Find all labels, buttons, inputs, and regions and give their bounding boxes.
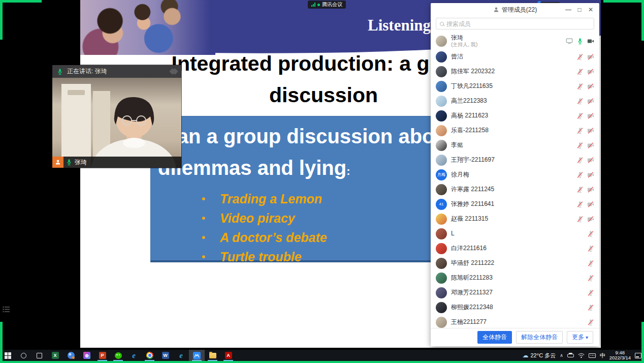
member-row[interactable]: 李懿	[436, 138, 594, 153]
meeting-status-pill[interactable]: 腾讯会议	[308, 1, 346, 9]
member-row[interactable]: 许寒露 2211245	[436, 182, 594, 197]
slideshow-menu-icon[interactable]	[3, 306, 10, 314]
wifi-icon[interactable]	[578, 353, 585, 358]
cam-muted-icon[interactable]	[587, 53, 594, 60]
member-avatar	[436, 51, 447, 63]
member-role: (主持人, 我)	[451, 42, 477, 47]
member-row[interactable]: 陈旭昕2211283	[436, 270, 594, 285]
taskbar-word-icon[interactable]: W	[157, 350, 173, 361]
video-header: 正在讲话: 张琦	[52, 65, 181, 78]
cam-muted-icon[interactable]	[587, 98, 594, 105]
member-row[interactable]: 曾洁	[436, 49, 594, 64]
taskbar-qq-app-icon[interactable]	[63, 350, 79, 361]
cam-muted-icon[interactable]	[587, 157, 594, 164]
taskbar-excel-icon[interactable]: X	[47, 350, 63, 361]
maximize-button[interactable]: □	[574, 4, 585, 15]
taskbar-acrobat-icon[interactable]: A	[220, 350, 236, 361]
taskbar-photos-icon[interactable]	[79, 350, 94, 361]
show-hidden-icons[interactable]: ∧	[560, 353, 563, 358]
recording-dot-icon	[317, 4, 320, 6]
speaking-label: 正在讲话: 张琦	[67, 67, 169, 76]
mic-muted-icon[interactable]	[576, 83, 584, 90]
cam-muted-icon[interactable]	[587, 142, 594, 149]
member-search-box[interactable]	[436, 18, 594, 29]
taskbar-ie-icon[interactable]: e	[126, 350, 142, 361]
member-row[interactable]: L	[436, 226, 594, 241]
device-icon[interactable]	[567, 354, 574, 357]
search-input[interactable]	[446, 20, 590, 27]
member-row[interactable]: 赵薇 2211315	[436, 211, 594, 226]
member-row[interactable]: 乐嘉-2211258	[436, 123, 594, 138]
mic-muted-icon[interactable]	[587, 275, 594, 282]
taskbar-chrome-icon[interactable]	[142, 350, 157, 361]
mic-muted-icon[interactable]	[576, 127, 584, 134]
taskbar-powerpoint-icon[interactable]: P	[94, 350, 110, 361]
mic-muted-icon[interactable]	[587, 245, 594, 252]
member-name: 高兰2212383	[451, 98, 487, 104]
cam-on-icon[interactable]	[587, 38, 594, 45]
close-button[interactable]: ✕	[585, 4, 596, 15]
cam-muted-icon[interactable]	[587, 68, 594, 75]
cam-muted-icon[interactable]	[587, 216, 594, 223]
mic-muted-icon[interactable]	[587, 319, 594, 326]
mic-muted-icon[interactable]	[576, 157, 584, 164]
mic-muted-icon[interactable]	[587, 289, 594, 296]
member-row[interactable]: 柳熙媛2212348	[436, 300, 594, 315]
member-row[interactable]: 毕涵舒 2211222	[436, 256, 594, 270]
cam-muted-icon[interactable]	[587, 112, 594, 119]
member-row[interactable]: 邓溦芳2211327	[436, 285, 594, 300]
unmute-all-button[interactable]: 解除全体静音	[516, 331, 563, 344]
minimize-button[interactable]: —	[563, 4, 574, 15]
weather-widget[interactable]: ☁ 22°C 多云	[523, 352, 556, 359]
member-status-icons	[587, 289, 594, 296]
mic-muted-icon[interactable]	[576, 142, 584, 149]
mic-on-icon[interactable]	[576, 38, 584, 45]
member-row[interactable]: 白洋2211616	[436, 241, 594, 256]
member-row[interactable]: 王楠2211277	[436, 315, 594, 328]
action-center-icon[interactable]	[635, 353, 641, 358]
mic-muted-icon[interactable]	[576, 53, 584, 60]
cam-muted-icon[interactable]	[587, 83, 594, 90]
member-name: 邓溦芳2211327	[451, 289, 493, 296]
mic-muted-icon[interactable]	[587, 230, 594, 237]
taskbar-meeting-icon[interactable]	[189, 350, 205, 361]
cam-muted-icon[interactable]	[587, 201, 594, 208]
touch-keyboard-icon[interactable]	[589, 353, 596, 358]
member-row[interactable]: 高杨 2211623	[436, 108, 594, 123]
taskbar-wechat-icon[interactable]	[110, 350, 126, 361]
mic-muted-icon[interactable]	[576, 112, 584, 119]
host-badge-icon	[52, 157, 63, 168]
speaker-name: 张琦	[75, 158, 90, 167]
mic-muted-icon[interactable]	[576, 171, 584, 178]
member-row[interactable]: 高兰2212383	[436, 94, 594, 108]
mic-muted-icon[interactable]	[576, 98, 584, 105]
mic-muted-icon[interactable]	[587, 304, 594, 311]
screen-share-icon[interactable]	[566, 38, 573, 45]
member-name: 徐月梅	[451, 171, 469, 178]
taskbar-explorer-icon[interactable]	[205, 350, 220, 361]
speaker-video-window[interactable]: 正在讲话: 张琦 张琦	[52, 65, 181, 168]
mic-muted-icon[interactable]	[587, 260, 594, 267]
member-row[interactable]: 丁轶凡2211635	[436, 79, 594, 94]
taskbar-taskview-icon[interactable]	[31, 350, 47, 361]
member-status-icons	[576, 142, 594, 149]
mic-muted-icon[interactable]	[576, 216, 584, 223]
mic-muted-icon[interactable]	[576, 201, 584, 208]
member-row[interactable]: 张琦 (主持人, 我)	[436, 33, 594, 49]
member-row[interactable]: 陈佳军 2202322	[436, 64, 594, 79]
clock[interactable]: 9:48 2022/3/14	[609, 350, 631, 361]
member-row[interactable]: 41 张雅婷 2211641	[436, 197, 594, 211]
mic-muted-icon[interactable]	[576, 68, 584, 75]
taskbar-ie2-icon[interactable]: e	[173, 350, 189, 361]
taskbar-search-icon[interactable]	[16, 350, 31, 361]
mute-all-button[interactable]: 全体静音	[477, 331, 512, 344]
cam-muted-icon[interactable]	[587, 127, 594, 134]
mic-muted-icon[interactable]	[576, 186, 584, 193]
more-button[interactable]: 更多	[567, 331, 593, 344]
cam-muted-icon[interactable]	[587, 186, 594, 193]
member-row[interactable]: 月梅 徐月梅	[436, 167, 594, 182]
member-row[interactable]: 王翔宇-2211697	[436, 153, 594, 167]
member-avatar	[436, 214, 447, 225]
cam-muted-icon[interactable]	[587, 171, 594, 178]
ime-indicator[interactable]: 中	[600, 352, 605, 359]
